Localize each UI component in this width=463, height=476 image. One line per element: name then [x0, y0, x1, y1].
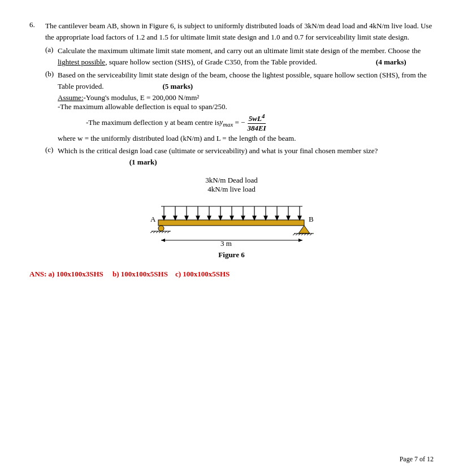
- part-a-label: (a): [45, 45, 58, 68]
- figure-area: 3kN/m Dead load 4kN/m live load A B: [113, 176, 351, 259]
- question-number: 6.: [29, 20, 45, 43]
- svg-marker-26: [298, 216, 301, 220]
- part-a-marks: (4 marks): [376, 58, 406, 66]
- page-footer: Page 7 of 12: [400, 455, 434, 464]
- svg-marker-18: [253, 216, 256, 220]
- part-c-label: (c): [45, 145, 58, 154]
- part-a: (a) Calculate the maximum ultimate limit…: [45, 45, 434, 68]
- formula-eq: = −: [233, 118, 245, 127]
- part-c-marks: (1 mark): [129, 158, 157, 166]
- assume-text2: -The maximum allowable deflection is equ…: [58, 102, 227, 111]
- svg-marker-16: [241, 216, 245, 220]
- ans-part-a: a) 100x100x3SHS: [49, 270, 103, 278]
- ans-label: ANS:: [29, 270, 46, 278]
- ans-part-c: c) 100x100x5SHS: [175, 270, 230, 278]
- part-a-text2: , square hollow section (SHS), of Grade …: [105, 58, 317, 66]
- load-labels: 3kN/m Dead load 4kN/m live load: [113, 176, 351, 194]
- beam-svg-wrap: A B: [113, 195, 351, 246]
- part-a-underline: lightest possible: [58, 58, 105, 66]
- answer-block: ANS: a) 100x100x3SHS b) 100x100x5SHS c) …: [29, 270, 434, 279]
- formula-numerator: 5wL4: [248, 112, 266, 124]
- beam-diagram: A B: [141, 195, 322, 246]
- assume-text1: -Young's modulus, E = 200,000 N/mm²: [84, 93, 200, 102]
- part-b: (b) Based on the serviceability limit st…: [45, 70, 434, 92]
- svg-marker-14: [230, 216, 233, 220]
- load-line2: 4kN/m live load: [113, 185, 351, 194]
- label-B: B: [309, 215, 314, 223]
- support-triangle-b: [298, 226, 310, 233]
- svg-marker-8: [196, 216, 200, 220]
- span-label: 3 m: [220, 239, 232, 246]
- part-b-text: Based on the serviceability limit state …: [58, 70, 434, 92]
- svg-marker-4: [174, 216, 177, 220]
- question-intro: The cantilever beam AB, shown in Figure …: [45, 20, 434, 43]
- svg-rect-0: [158, 220, 304, 226]
- footer-text: Page 7 of 12: [400, 455, 434, 463]
- part-a-text1: Calculate the maximum ultimate limit sta…: [58, 46, 421, 55]
- label-A: A: [150, 215, 156, 223]
- svg-marker-45: [298, 239, 302, 242]
- ans-part-b: b) 100x100x5SHS: [112, 270, 168, 278]
- question-header: 6. The cantilever beam AB, shown in Figu…: [29, 20, 434, 43]
- question-block: 6. The cantilever beam AB, shown in Figu…: [29, 20, 434, 168]
- formula-line: -The maximum deflection y at beam centre…: [86, 112, 434, 133]
- load-line1: 3kN/m Dead load: [113, 176, 351, 185]
- svg-marker-44: [161, 239, 165, 242]
- page: 6. The cantilever beam AB, shown in Figu…: [0, 0, 463, 476]
- part-b-label: (b): [45, 70, 58, 92]
- assume-block: Assume:-Young's modulus, E = 200,000 N/m…: [58, 93, 434, 143]
- assume-label: Assume:: [58, 93, 84, 102]
- formula-where: where w = the uniformly distributed load…: [58, 134, 434, 143]
- svg-marker-2: [162, 216, 166, 220]
- part-c: (c) Which is the critical design load ca…: [45, 145, 434, 168]
- formula-fraction: 5wL4 384EI: [246, 112, 267, 133]
- load-arrows: [162, 206, 301, 220]
- part-b-marks: (5 marks): [162, 82, 193, 90]
- assume-line1: Assume:-Young's modulus, E = 200,000 N/m…: [58, 93, 434, 102]
- svg-marker-12: [219, 216, 222, 220]
- svg-marker-20: [264, 216, 267, 220]
- support-circle-a: [158, 226, 164, 231]
- figure-caption: Figure 6: [113, 250, 351, 259]
- svg-marker-6: [185, 216, 188, 220]
- part-c-text: Which is the critical design load case (…: [58, 145, 434, 168]
- formula-denominator: 384EI: [246, 124, 267, 133]
- svg-marker-22: [275, 216, 279, 220]
- svg-marker-24: [287, 216, 290, 220]
- formula-y: ymax: [219, 118, 233, 128]
- svg-marker-10: [207, 216, 211, 220]
- part-a-text: Calculate the maximum ultimate limit sta…: [58, 45, 434, 68]
- formula-prefix: -The maximum deflection y at beam centre…: [86, 118, 219, 127]
- assume-line2: -The maximum allowable deflection is equ…: [58, 102, 434, 111]
